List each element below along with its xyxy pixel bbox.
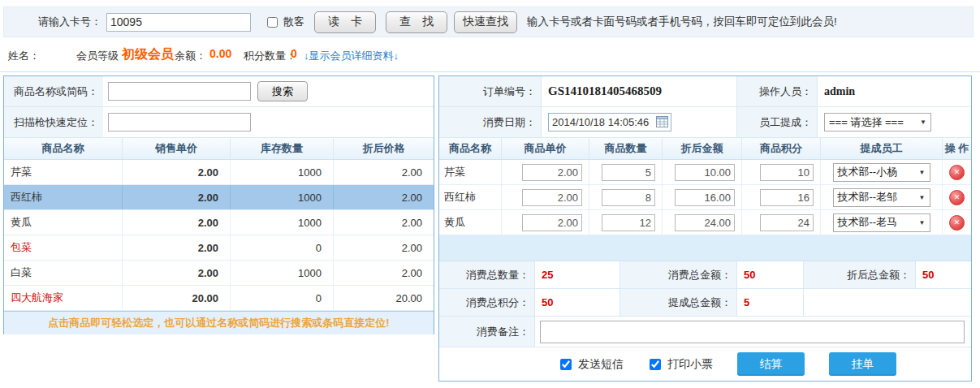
read-card-button[interactable]: 读 卡	[314, 11, 376, 33]
order-number-value: GS1410181405468509	[548, 84, 662, 98]
item-points-input[interactable]	[760, 164, 814, 181]
product-row[interactable]: 包菜 2.00 0 2.00	[4, 235, 434, 261]
item-unit-price-input[interactable]	[522, 164, 582, 181]
consume-date-label: 消费日期：	[439, 107, 541, 137]
show-member-detail-link[interactable]: ↓显示会员详细资料↓	[304, 49, 399, 63]
product-row[interactable]: 黄瓜 2.00 1000 2.00	[4, 210, 434, 235]
product-discount-price: 20.00	[334, 286, 434, 310]
total-amount-label: 消费总金额：	[620, 261, 737, 288]
operator-label: 操作人员：	[737, 76, 817, 106]
product-name: 黄瓜	[4, 210, 123, 235]
product-price: 2.00	[123, 261, 231, 285]
item-unit-price-input[interactable]	[522, 214, 582, 231]
product-panel-hint: 点击商品即可轻松选定，也可以通过名称或简码进行搜索或条码直接定位!	[4, 311, 434, 334]
product-price: 2.00	[123, 235, 231, 260]
card-number-label: 请输入卡号：	[38, 15, 101, 29]
product-row[interactable]: 白菜 2.00 1000 2.00	[4, 261, 434, 286]
item-discount-amount-input[interactable]	[675, 164, 735, 181]
product-stock: 1000	[231, 185, 334, 209]
item-points-input[interactable]	[760, 214, 814, 231]
product-stock: 1000	[231, 261, 334, 285]
chevron-down-icon: ▼	[919, 194, 926, 201]
total-amount-value: 50	[737, 261, 804, 288]
item-discount-amount-input[interactable]	[675, 214, 735, 231]
hold-order-button[interactable]: 挂单	[829, 352, 896, 376]
delete-item-icon[interactable]	[949, 190, 965, 205]
print-receipt-checkbox[interactable]	[650, 359, 661, 370]
col-discount-amount: 折后金额	[663, 138, 742, 159]
product-search-input[interactable]	[108, 82, 251, 101]
product-price: 20.00	[123, 286, 231, 310]
member-info-bar: 姓名： 会员等级： 初级会员 余额： 0.00 积分数量： 0 ↓显示会员详细资…	[0, 37, 980, 72]
remark-row: 消费备注：	[439, 317, 971, 347]
item-employee-select[interactable]: 技术部--小杨 ▼	[833, 163, 930, 182]
item-quantity-input[interactable]	[602, 189, 655, 206]
consume-date-input[interactable]	[548, 113, 671, 131]
col-operation: 操 作	[943, 138, 971, 159]
card-entry-bar: 请输入卡号： 散客 读 卡 查 找 快速查找 输入卡号或者卡面号码或者手机号码，…	[3, 6, 974, 37]
send-sms-checkbox[interactable]	[560, 359, 572, 370]
total-quantity-value: 25	[535, 261, 620, 288]
product-table-header: 商品名称 销售单价 库存数量 折后价格	[4, 138, 434, 160]
col-item-name: 商品名称	[439, 138, 502, 159]
product-row-selected[interactable]: 西红柿 2.00 1000 2.00	[4, 185, 434, 210]
member-level-label: 会员等级：	[76, 49, 119, 63]
item-quantity-input[interactable]	[602, 164, 655, 181]
order-footer: 发送短信 打印小票 结算 挂单	[439, 347, 971, 381]
item-discount-amount-input[interactable]	[675, 189, 735, 206]
product-search-label: 商品名称或简码：	[4, 76, 103, 106]
find-button[interactable]: 查 找	[386, 11, 447, 33]
chevron-down-icon: ▼	[919, 219, 926, 226]
order-item-row: 芹菜 技术部--小杨 ▼	[439, 160, 971, 185]
order-panel: 订单编号： GS1410181405468509 操作人员： admin 消费日…	[438, 75, 972, 382]
item-points-input[interactable]	[760, 189, 814, 206]
col-sale-price: 销售单价	[123, 138, 231, 159]
col-item-points: 商品积分	[742, 138, 821, 159]
commission-total-value: 5	[737, 289, 804, 316]
product-search-button[interactable]: 搜索	[257, 81, 308, 101]
member-level-value: 初级会员	[122, 46, 174, 63]
remark-input[interactable]	[540, 321, 965, 343]
barcode-scan-input[interactable]	[108, 113, 251, 131]
employee-commission-select[interactable]: === 请选择 === ▼	[824, 113, 931, 131]
consume-date-row: 消费日期： 员工提成： === 请选择 ===	[439, 107, 971, 138]
col-commission-employee: 提成员工	[821, 138, 943, 159]
product-stock: 1000	[231, 210, 334, 235]
order-table-spacer	[439, 235, 971, 261]
item-unit-price-input[interactable]	[522, 189, 582, 206]
settle-button[interactable]: 结算	[737, 352, 805, 376]
delete-item-icon[interactable]	[949, 165, 965, 180]
product-row[interactable]: 四大航海家 20.00 0 20.00	[4, 286, 434, 311]
employee-commission-selected: === 请选择 ===	[829, 115, 904, 130]
total-points-label: 消费总积分：	[439, 289, 535, 316]
send-sms-label: 发送短信	[578, 357, 624, 372]
order-number-label: 订单编号：	[439, 76, 541, 106]
member-name-label: 姓名：	[8, 49, 40, 63]
commission-total-label: 提成总金额：	[620, 289, 737, 316]
calendar-icon[interactable]	[656, 115, 668, 127]
points-value: 0	[291, 47, 297, 60]
product-discount-price: 2.00	[334, 235, 434, 260]
product-discount-price: 2.00	[334, 185, 434, 209]
item-employee-select[interactable]: 技术部--老邹 ▼	[833, 188, 930, 207]
card-number-input[interactable]	[106, 13, 251, 32]
product-row[interactable]: 芹菜 2.00 1000 2.00	[4, 160, 434, 185]
delete-item-icon[interactable]	[949, 215, 965, 231]
total-quantity-label: 消费总数量：	[439, 261, 535, 288]
walkin-checkbox[interactable]	[267, 17, 278, 28]
print-receipt-label: 打印小票	[667, 357, 713, 372]
order-table-header: 商品名称 商品单价 商品数量 折后金额 商品积分 提成员工 操 作	[439, 138, 971, 160]
item-quantity-input[interactable]	[602, 214, 655, 231]
item-employee-selected: 技术部--老邹	[838, 190, 898, 205]
product-search-row: 商品名称或简码： 搜索	[4, 76, 434, 107]
product-price: 2.00	[123, 185, 231, 209]
chevron-down-icon: ▼	[920, 119, 926, 126]
product-name: 白菜	[4, 261, 123, 285]
remark-label: 消费备注：	[439, 317, 535, 347]
item-employee-selected: 技术部--小杨	[838, 165, 898, 179]
col-unit-price: 商品单价	[502, 138, 589, 159]
quick-find-button[interactable]: 快速查找	[454, 11, 517, 33]
item-employee-select[interactable]: 技术部--老马 ▼	[833, 213, 930, 232]
product-discount-price: 2.00	[334, 160, 434, 184]
product-name: 芹菜	[4, 160, 123, 184]
